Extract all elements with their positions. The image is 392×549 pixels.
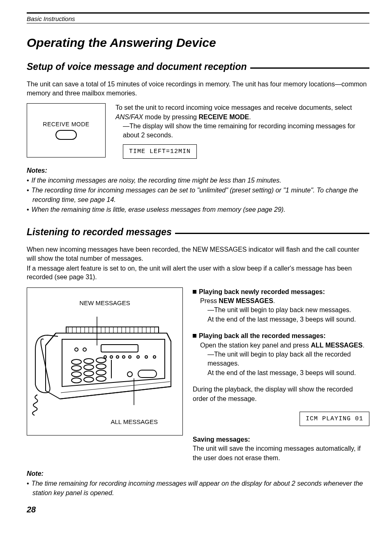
svg-point-10 <box>153 356 156 358</box>
fax-device-illustration: NEW MESSAGES <box>27 287 183 435</box>
svg-point-8 <box>137 356 139 358</box>
lcd-display-time-left: TIME LEFT=12MIN <box>123 144 197 159</box>
svg-point-2 <box>83 348 86 351</box>
play-new-block: Playing back newly recorded messages: Pr… <box>193 287 369 324</box>
note-label: Note: <box>27 470 369 477</box>
svg-point-17 <box>71 372 81 377</box>
svg-point-13 <box>96 358 106 363</box>
page-number: 28 <box>27 505 369 514</box>
svg-point-5 <box>116 356 119 358</box>
notes-label: Notes: <box>27 167 369 174</box>
new-messages-label: NEW MESSAGES <box>27 299 182 306</box>
svg-point-1 <box>75 348 78 351</box>
svg-point-19 <box>96 370 106 375</box>
fax-machine-icon <box>31 317 179 419</box>
svg-point-11 <box>71 359 81 364</box>
section-heading-listening: Listening to recorded messages <box>27 227 172 238</box>
play-all-block: Playing back all the recorded messages: … <box>193 331 369 378</box>
note-item: If the incoming messages are noisy, the … <box>27 176 369 185</box>
note-item: When the remaining time is little, erase… <box>27 205 369 214</box>
all-messages-label: ALL MESSAGES <box>111 418 158 425</box>
page-title: Operating the Answering Device <box>27 36 369 50</box>
listening-intro-2: If a message alert feature is set to on,… <box>27 264 369 282</box>
section-heading-setup: Setup of voice message and document rece… <box>27 61 247 72</box>
svg-point-22 <box>96 376 106 381</box>
button-oval-icon <box>55 130 77 140</box>
svg-rect-0 <box>101 345 138 352</box>
running-header: Basic Instructions <box>27 15 369 23</box>
setup-instruction-1: To set the unit to record incoming voice… <box>115 103 369 122</box>
svg-point-16 <box>96 364 106 369</box>
receive-mode-button-illustration: RECEIVE MODE <box>27 103 106 158</box>
svg-rect-24 <box>138 370 157 378</box>
svg-point-3 <box>104 356 106 358</box>
svg-point-21 <box>84 377 94 382</box>
listening-intro-1: When new incoming messages have been rec… <box>27 245 369 263</box>
svg-point-4 <box>110 356 113 358</box>
during-playback-text: During the playback, the display will sh… <box>193 385 369 403</box>
svg-point-23 <box>127 372 132 377</box>
svg-point-14 <box>71 366 81 371</box>
square-bullet-icon <box>193 334 196 338</box>
setup-instruction-2: —The display will show the time remainin… <box>115 122 369 140</box>
svg-point-12 <box>84 359 94 364</box>
section-rule <box>250 67 369 69</box>
svg-point-6 <box>122 356 125 358</box>
svg-point-18 <box>84 371 94 376</box>
lcd-display-icm-playing: ICM PLAYING 01 <box>300 412 369 426</box>
svg-point-7 <box>129 356 131 358</box>
section-rule <box>175 233 369 234</box>
saving-block: Saving messages: The unit will save the … <box>193 435 369 463</box>
svg-point-9 <box>145 356 148 358</box>
receive-mode-label: RECEIVE MODE <box>43 121 89 127</box>
svg-point-15 <box>84 365 94 370</box>
setup-intro: The unit can save a total of 15 minutes … <box>27 80 369 97</box>
note-item: The time remaining for recording incomin… <box>27 479 369 498</box>
square-bullet-icon <box>193 290 196 294</box>
svg-point-20 <box>71 378 81 383</box>
notes-list: If the incoming messages are noisy, the … <box>27 176 369 215</box>
note-item: The recording time for incoming messages… <box>27 186 369 204</box>
